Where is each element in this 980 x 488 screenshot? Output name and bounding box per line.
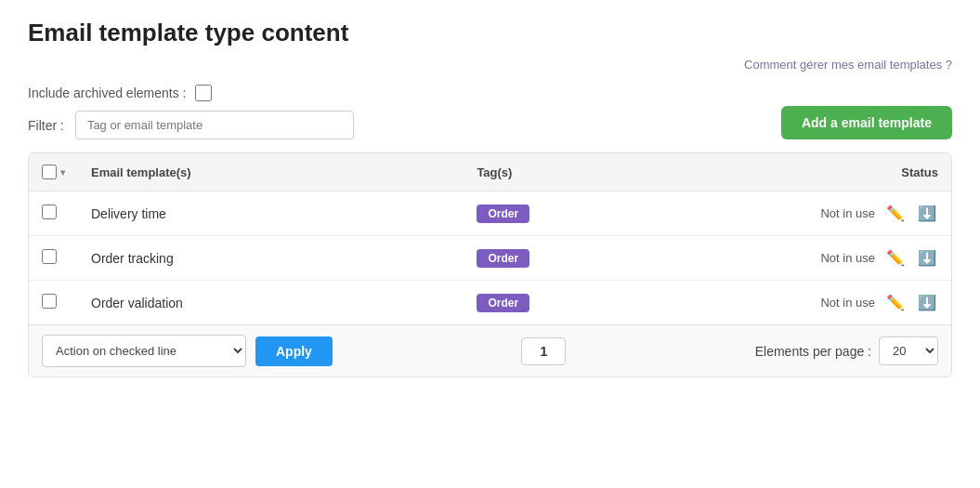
col-header-tag: Tag(s) xyxy=(464,153,693,191)
select-all-checkbox[interactable] xyxy=(42,165,57,179)
help-link-container: Comment gérer mes email templates ? xyxy=(28,57,952,72)
tag-badge-1: Order xyxy=(477,249,529,268)
status-text-0: Not in use xyxy=(820,206,875,220)
row-status-2: Not in use ✏️ ⬇️ xyxy=(694,281,951,325)
include-archived-label: Include archived elements : xyxy=(28,86,186,100)
download-icon-0[interactable]: ⬇️ xyxy=(916,203,938,224)
tag-badge-0: Order xyxy=(477,204,529,223)
footer-center xyxy=(521,337,566,365)
add-email-template-button[interactable]: Add a email template xyxy=(781,106,952,139)
status-text-1: Not in use xyxy=(820,251,875,265)
row-name-1: Order tracking xyxy=(78,236,464,281)
row-checkbox-cell xyxy=(29,236,78,281)
row-checkbox-cell xyxy=(29,191,78,236)
tag-badge-2: Order xyxy=(477,294,529,312)
row-tag-1: Order xyxy=(464,236,693,281)
help-link[interactable]: Comment gérer mes email templates ? xyxy=(744,58,952,72)
download-icon-1[interactable]: ⬇️ xyxy=(916,247,938,269)
col-header-email-template: Email template(s) xyxy=(78,153,464,191)
include-archived-row: Include archived elements : xyxy=(28,85,766,101)
select-all-header: ▾ xyxy=(29,153,78,191)
filter-input[interactable] xyxy=(75,111,354,139)
table-row: Order validation Order Not in use ✏️ ⬇️ xyxy=(29,281,951,325)
status-text-2: Not in use xyxy=(820,296,875,310)
row-checkbox-2[interactable] xyxy=(42,294,57,309)
edit-icon-2[interactable]: ✏️ xyxy=(884,292,907,313)
chevron-down-icon: ▾ xyxy=(60,167,65,178)
include-archived-checkbox[interactable] xyxy=(195,85,212,101)
row-status-1: Not in use ✏️ ⬇️ xyxy=(694,236,951,281)
table-footer: Action on checked line Apply Elements pe… xyxy=(29,324,951,376)
apply-button[interactable]: Apply xyxy=(255,336,333,366)
row-checkbox-cell xyxy=(29,281,78,325)
row-tag-2: Order xyxy=(464,281,693,325)
row-tag-0: Order xyxy=(464,191,693,236)
filter-row: Filter : xyxy=(28,111,766,139)
email-templates-table: ▾ Email template(s) Tag(s) Status Delive… xyxy=(28,152,952,377)
per-page-select[interactable]: 20 50 100 xyxy=(879,336,938,365)
action-select[interactable]: Action on checked line xyxy=(42,335,246,367)
row-checkbox-0[interactable] xyxy=(42,204,57,219)
edit-icon-0[interactable]: ✏️ xyxy=(884,203,907,224)
row-name-0: Delivery time xyxy=(78,191,464,236)
row-name-2: Order validation xyxy=(78,281,464,325)
table-header-row: ▾ Email template(s) Tag(s) Status xyxy=(29,153,951,191)
table-row: Delivery time Order Not in use ✏️ ⬇️ xyxy=(29,191,951,236)
edit-icon-1[interactable]: ✏️ xyxy=(884,247,907,269)
page-number-input[interactable] xyxy=(521,337,566,365)
table-row: Order tracking Order Not in use ✏️ ⬇️ xyxy=(29,236,951,281)
row-checkbox-1[interactable] xyxy=(42,249,57,264)
page-title: Email template type content xyxy=(28,19,952,47)
footer-right: Elements per page : 20 50 100 xyxy=(755,336,938,365)
controls-left: Include archived elements : Filter : xyxy=(28,85,766,139)
footer-left: Action on checked line Apply xyxy=(42,335,333,367)
filter-label: Filter : xyxy=(28,118,64,133)
row-status-0: Not in use ✏️ ⬇️ xyxy=(694,191,951,236)
controls-row: Include archived elements : Filter : Add… xyxy=(28,85,952,139)
col-header-status: Status xyxy=(694,153,951,191)
download-icon-2[interactable]: ⬇️ xyxy=(916,292,938,313)
elements-per-page-label: Elements per page : xyxy=(755,344,871,359)
